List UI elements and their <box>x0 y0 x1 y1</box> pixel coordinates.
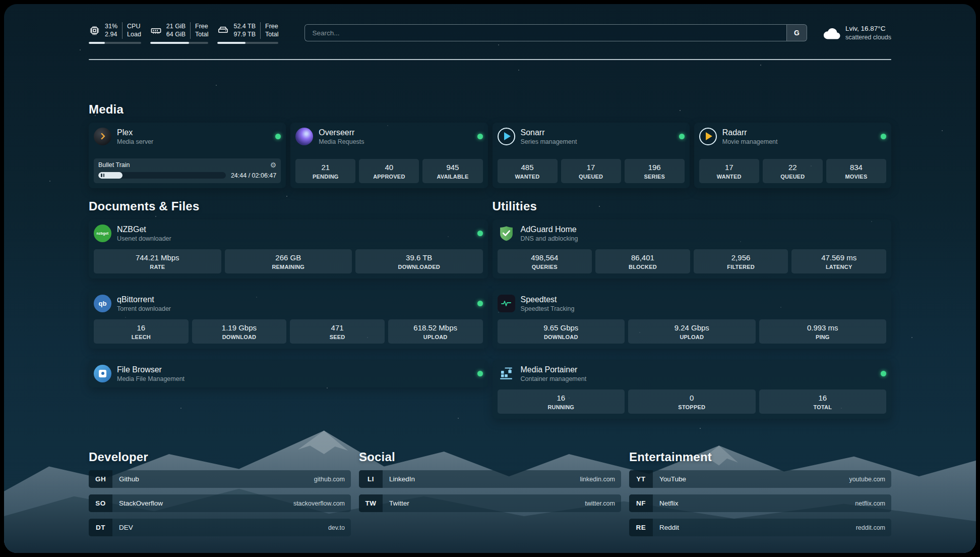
section-media: Media Plex Media server Bullet Train <box>89 102 891 188</box>
section-documents-files: Documents & Files nzbget NZBGet Usenet d… <box>89 199 488 388</box>
bookmark-abbr: NF <box>629 494 653 512</box>
service-name: Media Portainer <box>521 365 587 374</box>
cpu-bar <box>89 42 141 44</box>
bookmark-name: Netflix <box>653 494 679 512</box>
service-card-speedtest[interactable]: Speedtest Speedtest Tracking 9.65 Gbps D… <box>493 290 892 349</box>
disk-total-label: Total <box>265 30 278 38</box>
service-card-adguard[interactable]: AdGuard Home DNS and adblocking 498,564 … <box>493 219 892 278</box>
header-divider <box>89 59 891 60</box>
plex-icon <box>94 128 111 145</box>
bookmark-reddit[interactable]: RE Reddit reddit.com <box>629 519 891 536</box>
bookmark-url: linkedin.com <box>580 470 621 488</box>
memory-bar-fill <box>150 42 189 44</box>
search-engine-button[interactable]: G <box>786 25 807 41</box>
stat-box: 16 TOTAL <box>759 389 887 414</box>
overseerr-icon <box>295 128 313 145</box>
bookmark-twitter[interactable]: TW Twitter twitter.com <box>359 494 621 512</box>
bookmark-github[interactable]: GH Github github.com <box>89 470 351 488</box>
cpu-widget: 31% 2.94 CPU Load <box>89 22 141 44</box>
utilities-section-title: Utilities <box>493 199 892 213</box>
disk-total-value: 97.9 TB <box>233 30 256 38</box>
status-dot <box>881 371 886 376</box>
cloud-icon <box>822 26 840 40</box>
service-card-sonarr[interactable]: Sonarr Series management 485 WANTED 17 Q… <box>493 123 690 188</box>
service-card-plex[interactable]: Plex Media server Bullet Train ⚙ <box>89 123 286 188</box>
disk-free-label: Free <box>265 22 278 30</box>
bookmark-url: twitter.com <box>585 494 621 512</box>
service-description: Media File Management <box>117 375 185 382</box>
service-description: Container management <box>521 375 587 382</box>
service-card-overseerr[interactable]: Overseerr Media Requests 21 PENDING 40 A… <box>290 123 487 188</box>
bookmark-url: github.com <box>314 470 351 488</box>
plex-now-playing: Bullet Train ⚙ 24:44 / 02:06:47 <box>94 158 281 183</box>
snow-particles <box>4 4 5 5</box>
stat-box: 39.6 TB DOWNLOADED <box>355 249 483 273</box>
memory-total-value: 64 GiB <box>166 30 186 38</box>
stat-box: 744.21 Mbps RATE <box>94 249 221 273</box>
bookmark-url: netflix.com <box>855 494 891 512</box>
stat-box: 498,564 QUERIES <box>498 249 592 273</box>
cpu-load-label: Load <box>127 30 141 38</box>
bookmark-abbr: RE <box>629 519 653 536</box>
stat-box: 16 RUNNING <box>498 389 625 414</box>
stat-box: 618.52 Mbps UPLOAD <box>388 319 483 344</box>
service-card-nzbget[interactable]: nzbget NZBGet Usenet downloader 744.21 M… <box>89 219 488 278</box>
dashboard-screen: 31% 2.94 CPU Load <box>4 4 976 553</box>
bookmark-linkedin[interactable]: LI LinkedIn linkedin.com <box>359 470 621 488</box>
service-card-portainer[interactable]: Media Portainer Container management 16 … <box>493 360 892 419</box>
filebrowser-icon <box>94 365 111 382</box>
service-card-filebrowser[interactable]: File Browser Media File Management <box>89 360 488 387</box>
service-description: Torrent downloader <box>117 305 171 312</box>
cpu-load-value: 2.94 <box>105 30 117 38</box>
disk-bar <box>217 42 278 44</box>
bookmark-group-entertainment: Entertainment YT YouTube youtube.com NF … <box>629 450 891 536</box>
bookmark-url: reddit.com <box>856 519 891 536</box>
weather-widget: Lviv, 16.87°C scattered clouds <box>822 24 891 42</box>
search-bar[interactable]: G <box>304 24 807 41</box>
stat-box: 1.19 Gbps DOWNLOAD <box>192 319 287 344</box>
bookmark-group-social: Social LI LinkedIn linkedin.com TW Twitt… <box>359 450 621 536</box>
playback-progress-track[interactable] <box>98 172 226 179</box>
cpu-bar-fill <box>89 42 105 44</box>
radarr-icon <box>699 128 717 145</box>
status-dot <box>881 134 886 139</box>
stat-box: 0.993 ms PING <box>759 319 887 344</box>
adguard-shield-icon <box>498 225 515 242</box>
search-input[interactable] <box>305 29 786 37</box>
bookmark-url: youtube.com <box>849 470 891 488</box>
bookmark-name: StackOverflow <box>112 494 163 512</box>
bookmark-abbr: YT <box>629 470 653 488</box>
gear-icon[interactable]: ⚙ <box>270 161 277 169</box>
bookmark-stackoverflow[interactable]: SO StackOverflow stackoverflow.com <box>89 494 351 512</box>
service-card-radarr[interactable]: Radarr Movie management 17 WANTED 22 QUE… <box>694 123 891 188</box>
disk-widget: 52.4 TB 97.9 TB Free Total <box>217 22 278 44</box>
speedtest-icon <box>498 295 515 312</box>
qbittorrent-icon: qb <box>94 295 111 312</box>
sonarr-icon <box>498 128 515 145</box>
bookmark-name: DEV <box>112 519 133 536</box>
stat-box: 266 GB REMAINING <box>225 249 352 273</box>
stat-box: 2,956 FILTERED <box>694 249 788 273</box>
service-description: Series management <box>521 138 577 145</box>
bookmark-dev[interactable]: DT DEV dev.to <box>89 519 351 536</box>
now-playing-title: Bullet Train <box>98 161 130 169</box>
bookmark-youtube[interactable]: YT YouTube youtube.com <box>629 470 891 488</box>
social-section-title: Social <box>359 450 621 464</box>
bookmark-abbr: LI <box>359 470 383 488</box>
bookmark-url: dev.to <box>328 519 351 536</box>
status-dot <box>679 134 685 139</box>
status-dot <box>477 301 483 306</box>
stat-box: 471 SEED <box>290 319 385 344</box>
weather-condition: scattered clouds <box>845 33 891 42</box>
service-name: Radarr <box>722 128 778 137</box>
weather-location: Lviv, 16.87°C <box>845 24 891 33</box>
service-card-qbittorrent[interactable]: qb qBittorrent Torrent downloader 16 LEE… <box>89 290 488 349</box>
cpu-icon <box>89 25 100 36</box>
memory-total-label: Total <box>195 30 208 38</box>
portainer-icon <box>498 365 515 382</box>
service-name: Speedtest <box>521 295 575 304</box>
service-name: Sonarr <box>521 128 577 137</box>
bookmark-netflix[interactable]: NF Netflix netflix.com <box>629 494 891 512</box>
pause-icon[interactable] <box>101 174 104 177</box>
media-section-title: Media <box>89 102 891 117</box>
